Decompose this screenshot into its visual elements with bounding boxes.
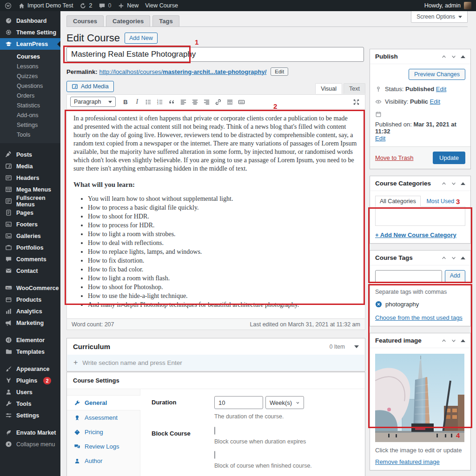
sidebar-item-galleries[interactable]: Galleries [0,230,60,242]
comments-link[interactable]: 0 [99,2,111,9]
ol-icon[interactable]: 123 [155,97,165,107]
sidebar-item-dashboard[interactable]: Dashboard [0,15,60,26]
sidebar-item-headers[interactable]: Headers [0,172,60,184]
sidebar-item-media[interactable]: Media [0,160,60,172]
link-icon[interactable] [213,97,224,107]
remove-tag-icon[interactable] [375,301,382,308]
move-up-icon[interactable] [441,338,447,344]
view-course-link[interactable]: View Course [145,2,178,9]
ul-icon[interactable] [143,97,154,107]
move-up-icon[interactable] [441,181,447,186]
sidebar-item-fullscreen-menus[interactable]: Fullscreen Menus [0,195,60,207]
sidebar-subitem-lessons[interactable]: Lessons [0,61,60,71]
sidebar-item-tools[interactable]: Tools [0,398,60,410]
sidebar-item-comments[interactable]: Comments [0,253,60,265]
sidebar-item-mega-menus[interactable]: Mega Menus [0,184,60,195]
tab-categories[interactable]: Categories [106,15,150,26]
align-right-icon[interactable] [201,97,212,107]
sidebar-item-templates[interactable]: Templates [0,346,60,357]
categories-list[interactable] [375,206,465,226]
sidebar-subitem-settings[interactable]: Settings [0,120,60,130]
tab-most-used[interactable]: Most Used [422,196,458,206]
sidebar-subitem-tools[interactable]: Tools [0,130,60,139]
visibility-edit-link[interactable]: Edit [430,98,440,105]
new-menu[interactable]: New [118,2,139,9]
most-used-tags-link[interactable]: Choose from the most used tags [375,314,463,321]
collapse-toggle-icon[interactable] [461,55,465,58]
update-button[interactable]: Update [433,152,465,164]
quote-icon[interactable] [166,97,177,107]
sidebar-item-settings[interactable]: Settings [0,410,60,421]
remove-featured-image-link[interactable]: Remove featured image [375,458,440,465]
align-center-icon[interactable] [190,97,200,107]
collapse-toggle-icon[interactable] [461,182,465,185]
italic-icon[interactable]: I [132,97,142,107]
sidebar-subitem-add-ons[interactable]: Add-ons [0,110,60,120]
sidebar-subitem-quizzes[interactable]: Quizzes [0,71,60,81]
new-section-input[interactable]: + Write section name and press Enter [67,355,364,370]
settings-tab-author[interactable]: Author [67,454,140,468]
site-name-link[interactable]: Import Demo Test [18,2,73,9]
move-down-icon[interactable] [451,338,456,344]
sidebar-item-woocommerce[interactable]: WooWooCommerce [0,282,60,294]
collapse-toggle-icon[interactable] [461,339,465,342]
settings-tab-assessment[interactable]: Assessment [67,410,140,425]
sidebar-subitem-questions[interactable]: Questions [0,81,60,91]
move-down-icon[interactable] [451,181,456,186]
sidebar-item-collapse-menu[interactable]: Collapse menu [0,438,60,450]
move-down-icon[interactable] [451,255,456,261]
move-up-icon[interactable] [441,54,447,60]
course-title-input[interactable]: Mastering Real Estate Photography [66,47,364,62]
block-finished-checkbox[interactable] [214,451,215,459]
tab-text[interactable]: Text [344,83,365,94]
settings-tab-pricing[interactable]: Pricing [67,425,140,439]
fullscreen-icon[interactable] [351,97,362,107]
sidebar-item-marketing[interactable]: Marketing [0,317,60,329]
collapse-toggle-icon[interactable] [354,345,359,348]
sidebar-item-contact[interactable]: Contact [0,265,60,277]
toolbar-toggle-icon[interactable] [236,97,247,107]
wordpress-logo-icon[interactable] [5,2,12,9]
more-icon[interactable] [225,97,235,107]
move-up-icon[interactable] [441,255,447,261]
preview-changes-button[interactable]: Preview Changes [409,69,465,80]
tab-courses[interactable]: Courses [66,15,104,26]
block-duration-checkbox[interactable] [214,427,215,435]
permalink-link[interactable]: http://localhost/courses/mastering-archi… [99,68,266,75]
sidebar-item-posts[interactable]: Posts [0,149,60,160]
move-down-icon[interactable] [451,54,456,60]
settings-tab-review-logs[interactable]: Review Logs [67,439,140,454]
sidebar-subitem-courses[interactable]: Courses [0,52,60,61]
settings-tab-general[interactable]: General [67,395,140,410]
sidebar-item-users[interactable]: Users [0,386,60,398]
tag-input[interactable] [375,270,442,283]
sidebar-item-pages[interactable]: Pages [0,207,60,218]
sidebar-item-analytics[interactable]: Analytics [0,305,60,317]
editor-content[interactable]: In a professional context it often happe… [67,109,365,318]
status-edit-link[interactable]: Edit [436,86,446,93]
howdy-label[interactable]: Howdy, admin [424,2,461,9]
paragraph-select[interactable]: Paragraph [70,97,116,107]
sidebar-item-learnpress[interactable]: LearnPress [0,38,60,50]
duration-input[interactable]: 10 [214,396,263,409]
align-left-icon[interactable] [178,97,189,107]
tab-tags[interactable]: Tags [152,15,179,26]
add-new-button[interactable]: Add New [125,33,158,44]
sidebar-subitem-statistics[interactable]: Statistics [0,100,60,110]
tab-visual[interactable]: Visual [315,83,342,94]
tab-all-categories[interactable]: All Categories [375,196,421,207]
sidebar-subitem-orders[interactable]: Orders [0,91,60,100]
sidebar-item-portfolios[interactable]: Portfolios [0,242,60,253]
move-to-trash-link[interactable]: Move to Trash [375,154,413,161]
add-new-category-link[interactable]: + Add New Course Category [375,231,456,238]
featured-image[interactable] [375,354,464,442]
published-edit-link[interactable]: Edit [375,135,385,142]
add-tag-button[interactable]: Add [445,270,465,283]
bold-icon[interactable]: B [120,97,131,107]
sidebar-item-products[interactable]: Products [0,294,60,305]
sidebar-item-appearance[interactable]: Appearance [0,363,60,375]
sidebar-item-plugins[interactable]: Plugins2 [0,375,60,386]
collapse-toggle-icon[interactable] [461,257,465,259]
duration-unit-select[interactable]: Week(s) [265,396,304,409]
sidebar-item-envato-market[interactable]: Envato Market [0,427,60,438]
